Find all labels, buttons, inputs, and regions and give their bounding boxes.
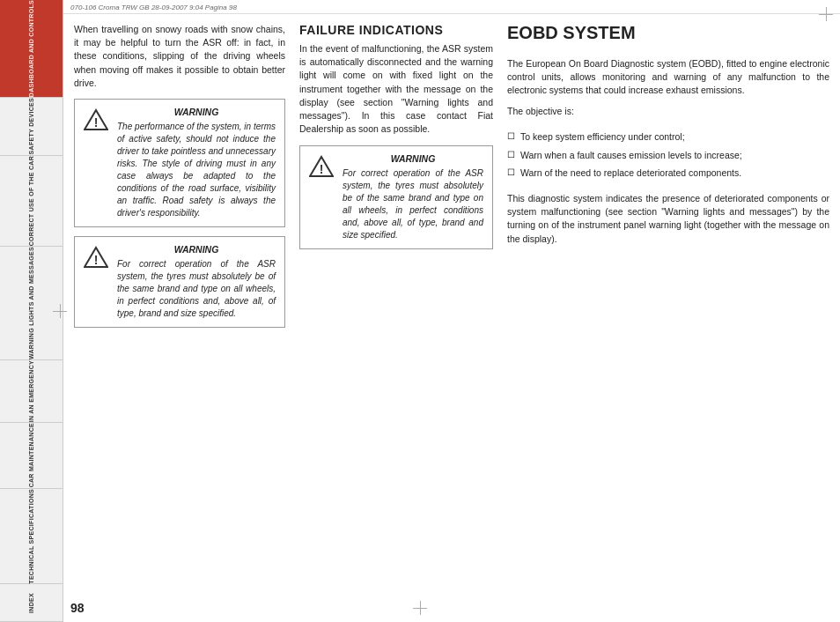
sidebar-item-maintenance[interactable]: CAR MAINTENANCE	[0, 423, 63, 488]
warning-content-1: WARNING The performance of the system, i…	[117, 107, 276, 219]
sidebar-item-emergency[interactable]: IN AN EMERGENCY	[0, 360, 63, 423]
sidebar-item-index[interactable]: INDEX	[0, 584, 63, 622]
eobd-closing: This diagnostic system indicates the pre…	[507, 192, 829, 246]
eobd-intro: The European On Board Diagnostic system …	[507, 57, 829, 98]
checkbox-text-2: Warn when a fault causes emission levels…	[520, 149, 742, 162]
checkbox-item-2: ☐ Warn when a fault causes emission leve…	[507, 149, 829, 162]
checkbox-symbol-1: ☐	[507, 131, 515, 141]
page-number: 98	[70, 601, 85, 615]
checkbox-item-3: ☐ Warn of the need to replace deteriorat…	[507, 167, 829, 180]
warning-title-1: WARNING	[117, 107, 276, 117]
main-content: 070-106 Croma TRW GB 28-09-2007 9:04 Pag…	[63, 0, 840, 622]
checkbox-symbol-2: ☐	[507, 150, 515, 159]
sidebar-item-safety[interactable]: SAFETY DEVICES	[0, 98, 63, 155]
sidebar-item-correct-use[interactable]: CORRECT USE OF THE CAR	[0, 156, 63, 247]
checkbox-text-3: Warn of the need to replace deteriorated…	[520, 167, 741, 180]
page-container: DASHBOARD AND CONTROLS SAFETY DEVICES CO…	[0, 0, 840, 622]
warning-box-1: ! WARNING The performance of the system,…	[74, 99, 285, 227]
left-column: When travelling on snowy roads with snow…	[74, 23, 285, 613]
warning-icon-container-middle: !	[309, 153, 335, 178]
warning-box-middle: ! WARNING For correct operation of the A…	[299, 145, 493, 249]
checkbox-text-1: To keep system efficiency under control;	[520, 130, 685, 144]
eobd-heading: EOBD SYSTEM	[507, 23, 829, 43]
checkbox-item-1: ☐ To keep system efficiency under contro…	[507, 130, 829, 144]
eobd-objective-intro: The objective is:	[507, 105, 829, 118]
failure-heading: FAILURE INDICATIONS	[299, 23, 493, 37]
svg-text:!: !	[94, 115, 99, 130]
content-area: When travelling on snowy roads with snow…	[63, 14, 840, 622]
warning-triangle-icon-1: !	[84, 108, 108, 131]
warning-title-2: WARNING	[117, 244, 276, 255]
failure-section: FAILURE INDICATIONS In the event of malf…	[299, 23, 493, 137]
sidebar-item-warning-lights[interactable]: WARNING LIGHTS AND MESSAGES	[0, 247, 63, 360]
left-body-text: When travelling on snowy roads with snow…	[74, 23, 285, 90]
checkbox-symbol-3: ☐	[507, 167, 515, 177]
warning-triangle-icon-2: !	[84, 246, 108, 269]
warning-content-2: WARNING For correct operation of the ASR…	[117, 244, 276, 320]
checkbox-list: ☐ To keep system efficiency under contro…	[507, 130, 829, 180]
svg-text:!: !	[320, 162, 324, 176]
warning-title-middle: WARNING	[343, 153, 483, 164]
header-bar: 070-106 Croma TRW GB 28-09-2007 9:04 Pag…	[63, 0, 840, 14]
sidebar-item-technical[interactable]: TECHNICAL SPECIFICATIONS	[0, 489, 63, 585]
middle-body-text: In the event of malfunctioning, the ASR …	[299, 42, 493, 137]
warning-text-middle: For correct operation of the ASR system,…	[343, 167, 483, 241]
warning-triangle-icon-middle: !	[309, 155, 334, 178]
warning-box-2: ! WARNING For correct operation of the A…	[74, 236, 285, 328]
middle-column: FAILURE INDICATIONS In the event of malf…	[299, 23, 493, 613]
warning-text-2: For correct operation of the ASR system,…	[117, 258, 276, 320]
sidebar-item-dashboard[interactable]: DASHBOARD AND CONTROLS	[0, 0, 63, 98]
right-column: EOBD SYSTEM The European On Board Diagno…	[507, 23, 829, 613]
warning-content-middle: WARNING For correct operation of the ASR…	[343, 153, 483, 241]
sidebar: DASHBOARD AND CONTROLS SAFETY DEVICES CO…	[0, 0, 63, 622]
warning-icon-container-2: !	[84, 244, 110, 269]
svg-text:!: !	[94, 253, 99, 267]
warning-text-1: The performance of the system, in terms …	[117, 121, 276, 219]
warning-icon-container-1: !	[84, 107, 110, 131]
